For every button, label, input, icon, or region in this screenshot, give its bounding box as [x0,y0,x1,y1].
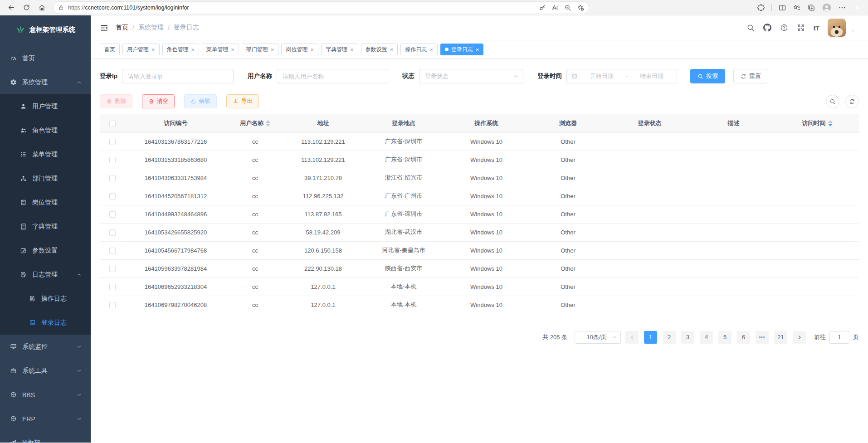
page-button-2[interactable]: 2 [663,331,676,344]
column-header-9[interactable]: 访问时间 [775,114,859,132]
sidebar-item-1[interactable]: 系统管理 [0,70,91,94]
export-button[interactable]: 导出 [226,94,259,108]
clear-button[interactable]: 清空 [142,94,175,108]
row-checkbox[interactable] [109,193,116,200]
user-name-input[interactable] [277,69,388,83]
row-checkbox[interactable] [109,211,116,218]
read-aloud-icon[interactable] [551,4,559,11]
tab-4[interactable]: 部门管理 × [242,44,279,55]
sidebar-item-4[interactable]: 菜单管理 [0,142,91,166]
row-checkbox[interactable] [109,302,116,308]
page-size-select[interactable]: 10条/页 [575,331,621,344]
zoom-out-icon[interactable] [564,4,571,11]
bing-copilot-icon[interactable] [853,3,863,13]
close-icon[interactable]: × [151,47,155,53]
collapse-sidebar-icon[interactable] [100,24,108,32]
close-icon[interactable]: × [476,47,479,53]
sidebar-item-11[interactable]: 登录日志 [0,311,91,335]
address-bar[interactable]: https://ccnetcore.com:1101/system/log/lo… [54,2,589,14]
close-icon[interactable]: × [231,47,234,53]
tab-8[interactable]: 操作日志 × [400,44,438,55]
user-avatar[interactable] [828,19,846,37]
close-icon[interactable]: × [429,47,433,53]
page-button-1[interactable]: 1 [644,331,657,344]
unlock-button[interactable]: 解锁 [184,94,217,108]
more-pages-button[interactable]: ••• [756,331,769,344]
search-button[interactable]: 搜索 [690,69,725,83]
row-checkbox[interactable] [109,229,116,236]
tab-9[interactable]: 登录日志 × [440,44,484,55]
prev-page-button[interactable] [625,331,639,344]
sort-caret-icon[interactable] [828,120,833,127]
password-key-icon[interactable] [539,4,546,11]
app-logo[interactable]: 意框架管理系统 [0,15,91,44]
next-page-button[interactable] [793,331,806,344]
tab-1[interactable]: 用户管理 × [122,44,160,55]
sidebar-item-5[interactable]: 部门管理 [0,166,91,190]
tab-3[interactable]: 菜单管理 × [202,44,239,55]
page-button-3[interactable]: 3 [681,331,694,344]
sidebar-item-6[interactable]: 岗位管理 [0,190,91,214]
sidebar-item-3[interactable]: 角色管理 [0,118,91,142]
fullscreen-icon[interactable] [797,24,805,32]
avatar-caret-icon[interactable] [851,29,855,33]
sidebar-item-13[interactable]: 系统工具 [0,359,91,383]
refresh-table-button[interactable] [845,95,859,108]
page-button-6[interactable]: 6 [737,331,750,344]
close-icon[interactable]: × [350,47,354,53]
goto-page-input[interactable] [829,331,849,344]
sidebar-item-8[interactable]: 参数设置 [0,239,91,263]
sidebar-item-16[interactable]: Yi框架 [0,431,91,443]
sidebar-item-7[interactable]: 字典管理 [0,214,91,239]
close-icon[interactable]: × [390,47,394,53]
header-search-icon[interactable] [746,24,755,32]
login-ip-input[interactable] [122,69,234,83]
reset-button[interactable]: 重置 [733,69,768,83]
split-screen-icon[interactable] [778,4,786,12]
row-checkbox[interactable] [109,266,116,272]
toggle-search-button[interactable] [826,95,839,108]
collections-icon[interactable] [807,4,815,12]
tab-7[interactable]: 参数设置 × [361,44,398,55]
tab-2[interactable]: 角色管理 × [162,44,200,55]
row-checkbox[interactable] [109,248,116,254]
help-question-icon[interactable] [780,24,788,32]
browser-profile-avatar[interactable] [822,3,832,13]
sidebar-item-10[interactable]: 操作日志 [0,287,91,311]
browser-refresh-button[interactable] [20,2,33,14]
row-checkbox[interactable] [109,139,116,145]
github-icon[interactable] [763,24,771,32]
sidebar-item-15[interactable]: ERP [0,407,91,431]
select-all-checkbox[interactable] [109,121,116,127]
favorite-star-icon[interactable] [577,4,584,11]
breadcrumb-home[interactable]: 首页 [116,24,128,32]
sort-caret-icon[interactable] [266,120,270,127]
row-checkbox[interactable] [109,175,116,181]
sidebar-item-12[interactable]: 系统监控 [0,335,91,359]
close-icon[interactable]: × [310,47,314,53]
delete-button[interactable]: 删除 [100,94,132,108]
tab-5[interactable]: 岗位管理 × [281,44,318,55]
row-checkbox[interactable] [109,284,116,290]
sidebar-item-14[interactable]: BBS [0,383,91,407]
sidebar-item-9[interactable]: 日志管理 [0,263,91,287]
font-size-icon[interactable]: tT [814,24,819,32]
tab-0[interactable]: 首页 [100,44,120,55]
browser-home-button[interactable] [35,2,48,14]
browser-back-button[interactable] [5,2,17,14]
favorites-hub-icon[interactable] [793,4,801,12]
close-icon[interactable]: × [191,47,195,53]
sidebar-item-2[interactable]: 用户管理 [0,94,91,118]
more-options-icon[interactable] [838,4,846,12]
column-header-2[interactable]: 用户名称 [227,114,283,132]
page-button-5[interactable]: 5 [718,331,731,344]
row-checkbox[interactable] [109,157,116,163]
status-select[interactable]: 登录状态 [419,69,523,83]
page-button-4[interactable]: 4 [700,331,713,344]
extensions-icon[interactable] [757,4,765,12]
page-button-21[interactable]: 21 [774,331,787,344]
close-icon[interactable]: × [271,47,274,53]
date-range-picker[interactable]: 开始日期 - 结束日期 [566,69,677,83]
tab-6[interactable]: 字典管理 × [321,44,358,55]
sidebar-item-0[interactable]: 首页 [0,46,91,70]
